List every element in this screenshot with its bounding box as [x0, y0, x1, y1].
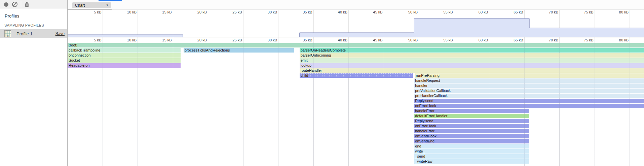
ruler-tick-label: 5 kB — [76, 38, 102, 42]
ruler-tick-label: 65 kB — [498, 38, 523, 42]
flame-bar-prevalidationcallback[interactable]: preValidationCallback — [414, 89, 644, 93]
ruler-tick-label: 35 kB — [287, 38, 312, 42]
profiles-sidebar: Profiles SAMPLING PROFILES % Profile 1 S… — [0, 9, 67, 166]
chart-pane: 5 kB10 kB15 kB20 kB25 kB30 kB35 kB40 kB4… — [68, 9, 644, 166]
ruler-tick-label: 50 kB — [392, 10, 418, 14]
ruler-tick-label: 65 kB — [498, 10, 523, 14]
ruler-tick-label: 5 kB — [76, 10, 102, 14]
ruler-tick-label: 15 kB — [146, 38, 172, 42]
flame-bar-defaulterrorhandler[interactable]: defaultErrorHandler — [414, 114, 529, 118]
flame-bar-handlerequest[interactable]: handleRequest — [414, 78, 644, 83]
ruler-tick-label: 80 kB — [603, 10, 629, 14]
flame-bar-root[interactable]: (root) — [68, 43, 644, 47]
flame-bar-send[interactable]: _send — [414, 154, 529, 159]
flame-bar-onsendend[interactable]: onSendEnd — [414, 139, 529, 143]
ruler-tick-label: 15 kB — [146, 10, 172, 14]
toolbar: Chart ▼ — [0, 0, 644, 9]
flame-bar-emit[interactable]: emit — [300, 58, 644, 63]
memory-overview[interactable] — [68, 15, 644, 37]
chevron-down-icon: ▼ — [106, 4, 111, 7]
flame-bar-reply-send[interactable]: Reply.send — [414, 119, 529, 123]
flame-bar-callbacktrampoline[interactable]: callbackTrampoline — [68, 48, 181, 53]
trash-icon — [25, 2, 29, 7]
ruler-tick-label: 25 kB — [217, 38, 242, 42]
flame-bar-child[interactable]: child — [300, 73, 414, 78]
overview-area-chart — [68, 15, 644, 37]
flame-bar-onsendhook[interactable]: onSendHook — [414, 134, 529, 138]
sidebar-item-profile-1[interactable]: % Profile 1 Save — [0, 29, 67, 38]
save-profile-link[interactable]: Save — [55, 31, 65, 36]
ruler-tick-label: 20 kB — [181, 10, 207, 14]
ruler-tick-label: 75 kB — [568, 10, 594, 14]
flame-bar-onconnection[interactable]: onconnection — [68, 53, 181, 58]
ruler-tick-label: 40 kB — [322, 10, 347, 14]
ruler-tick-label: 10 kB — [111, 38, 137, 42]
flame-bar-handler[interactable]: handler — [414, 84, 644, 88]
ruler-tick-label: 35 kB — [287, 10, 312, 14]
sampling-profiles-heading: SAMPLING PROFILES — [4, 23, 44, 27]
flame-bar-readable-on[interactable]: Readable.on — [68, 63, 181, 68]
active-tab-indicator — [99, 0, 122, 1]
ruler-tick-label: 45 kB — [357, 10, 383, 14]
flame-bar-handleerror[interactable]: handleError — [414, 129, 529, 133]
flame-bar-lookup[interactable]: lookup — [300, 63, 644, 68]
ruler-tick-label: 10 kB — [111, 10, 137, 14]
flame-chart-ruler: 5 kB10 kB15 kB20 kB25 kB30 kB35 kB40 kB4… — [68, 37, 644, 43]
flame-bar-end[interactable]: end — [414, 144, 529, 148]
clear-button[interactable] — [12, 2, 17, 7]
heap-profiler-panel: Chart ▼ Profiles SAMPLING PROFILES % Pro… — [0, 0, 644, 166]
ruler-tick-label: 70 kB — [533, 10, 558, 14]
ruler-tick-label: 40 kB — [322, 38, 347, 42]
flame-bar-writeraw[interactable]: _writeRaw — [414, 159, 529, 164]
heap-profile-icon: % — [4, 30, 11, 37]
record-icon — [4, 2, 8, 7]
record-button[interactable] — [3, 2, 9, 7]
flame-bar-onerrorhook[interactable]: onErrorHook — [414, 124, 529, 128]
sidebar-heading: Profiles — [5, 13, 19, 19]
flame-chart: (root)callbackTrampolineprocessTicksAndR… — [68, 43, 644, 166]
ruler-tick-label: 55 kB — [427, 38, 453, 42]
flame-bar-handleerror[interactable]: handleError — [414, 109, 529, 113]
flame-bar-write[interactable]: write_ — [414, 149, 529, 154]
chart-view-select-value: Chart — [72, 3, 106, 8]
ruler-tick-label: 30 kB — [252, 10, 277, 14]
flame-bar-reply-send[interactable]: Reply.send — [414, 99, 644, 103]
flame-bar-runpreparsing[interactable]: runPreParsing — [415, 73, 644, 78]
profile-name: Profile 1 — [16, 31, 55, 36]
overview-ruler: 5 kB10 kB15 kB20 kB25 kB30 kB35 kB40 kB4… — [68, 9, 644, 15]
ruler-tick-label: 20 kB — [181, 38, 207, 42]
ruler-tick-label: 80 kB — [603, 38, 629, 42]
ruler-tick-label: 30 kB — [252, 38, 277, 42]
flame-bar-parseronincoming[interactable]: parserOnIncoming — [300, 53, 644, 58]
chart-view-select[interactable]: Chart ▼ — [72, 2, 111, 8]
ruler-tick-label: 75 kB — [568, 38, 594, 42]
flame-bar-prehandlercallback[interactable]: preHandlerCallback — [414, 94, 644, 98]
ruler-tick-label: 45 kB — [357, 38, 383, 42]
flame-bar-routehandler[interactable]: routeHandler — [300, 68, 644, 73]
toolbar-left-section — [0, 0, 67, 9]
ruler-tick-label: 60 kB — [462, 10, 488, 14]
ruler-tick-label: 70 kB — [533, 38, 558, 42]
clear-icon — [12, 2, 17, 7]
delete-profile-button[interactable] — [24, 2, 30, 7]
flame-bar-socket[interactable]: Socket — [68, 58, 181, 63]
ruler-tick-label: 60 kB — [462, 38, 488, 42]
flame-bar-parseronheaderscomplete[interactable]: parserOnHeadersComplete — [300, 48, 644, 53]
svg-text:%: % — [7, 34, 9, 37]
flame-bar-processticksandrejections[interactable]: processTicksAndRejections — [184, 48, 294, 53]
ruler-tick-label: 25 kB — [217, 10, 242, 14]
flame-bar-onerrorhook[interactable]: onErrorHook — [414, 104, 644, 108]
ruler-tick-label: 50 kB — [392, 38, 418, 42]
toolbar-divider — [21, 1, 21, 7]
ruler-tick-label: 55 kB — [427, 10, 453, 14]
